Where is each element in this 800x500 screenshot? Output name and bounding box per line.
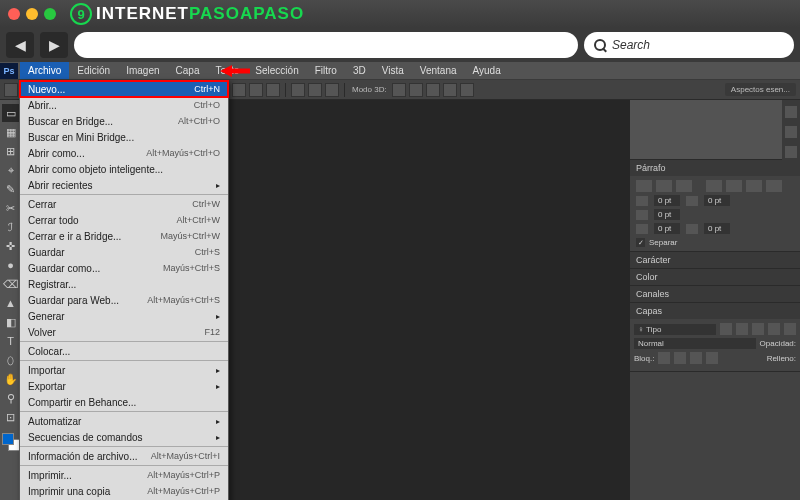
justify-center-icon[interactable] xyxy=(726,180,742,192)
tab-color[interactable]: Color xyxy=(630,269,800,285)
filter-adjust-icon[interactable] xyxy=(736,323,748,335)
maximize-window-button[interactable] xyxy=(44,8,56,20)
menu-vista[interactable]: Vista xyxy=(374,62,412,79)
menu-archivo[interactable]: Archivo xyxy=(20,62,69,79)
filter-smart-icon[interactable] xyxy=(784,323,796,335)
tool-8[interactable]: ● xyxy=(2,256,20,274)
tool-2[interactable]: ⊞ xyxy=(2,142,20,160)
opt-icon[interactable] xyxy=(325,83,339,97)
color-swatches[interactable] xyxy=(2,433,20,451)
tool-14[interactable]: ✋ xyxy=(2,370,20,388)
indent-value[interactable]: 0 pt xyxy=(654,209,680,220)
menu-filtro[interactable]: Filtro xyxy=(307,62,345,79)
tab-parrafo[interactable]: Párrafo xyxy=(630,160,800,176)
tool-15[interactable]: ⚲ xyxy=(2,389,20,407)
minimize-window-button[interactable] xyxy=(26,8,38,20)
opt-icon[interactable] xyxy=(409,83,423,97)
align-right-icon[interactable] xyxy=(676,180,692,192)
tool-3[interactable]: ⌖ xyxy=(2,161,20,179)
align-center-icon[interactable] xyxy=(656,180,672,192)
menuitem-abrir-como-objeto-inteligente[interactable]: Abrir como objeto inteligente... xyxy=(20,161,228,177)
lock-trans-icon[interactable] xyxy=(658,352,670,364)
lock-image-icon[interactable] xyxy=(674,352,686,364)
filter-image-icon[interactable] xyxy=(720,323,732,335)
justify-left-icon[interactable] xyxy=(706,180,722,192)
collapsed-panel-icons[interactable] xyxy=(782,100,800,160)
menuitem-colocar[interactable]: Colocar... xyxy=(20,343,228,359)
menuitem-abrir-como[interactable]: Abrir como...Alt+Mayús+Ctrl+O xyxy=(20,145,228,161)
close-window-button[interactable] xyxy=(8,8,20,20)
opt-icon[interactable] xyxy=(291,83,305,97)
indent-value[interactable]: 0 pt xyxy=(704,195,730,206)
menuitem-imprimir[interactable]: Imprimir...Alt+Mayús+Ctrl+P xyxy=(20,467,228,483)
menuitem-informaci-n-de-archivo[interactable]: Información de archivo...Alt+Mayús+Ctrl+… xyxy=(20,448,228,464)
tab-canales[interactable]: Canales xyxy=(630,286,800,302)
menuitem-automatizar[interactable]: Automatizar xyxy=(20,413,228,429)
menuitem-registrar[interactable]: Registrar... xyxy=(20,276,228,292)
menuitem-cerrar-todo[interactable]: Cerrar todoAlt+Ctrl+W xyxy=(20,212,228,228)
tool-13[interactable]: ⬯ xyxy=(2,351,20,369)
menuitem-cerrar[interactable]: CerrarCtrl+W xyxy=(20,196,228,212)
indent-value[interactable]: 0 pt xyxy=(654,195,680,206)
blend-mode-select[interactable]: Normal xyxy=(634,338,756,349)
menuitem-buscar-en-bridge[interactable]: Buscar en Bridge...Alt+Ctrl+O xyxy=(20,113,228,129)
layer-kind-select[interactable]: ♀ Tipo xyxy=(634,324,716,335)
tool-12[interactable]: T xyxy=(2,332,20,350)
tool-9[interactable]: ⌫ xyxy=(2,275,20,293)
url-bar[interactable] xyxy=(74,32,578,58)
opt-icon[interactable] xyxy=(392,83,406,97)
tool-7[interactable]: ✜ xyxy=(2,237,20,255)
menuitem-guardar-para-web[interactable]: Guardar para Web...Alt+Mayús+Ctrl+S xyxy=(20,292,228,308)
tool-4[interactable]: ✎ xyxy=(2,180,20,198)
tool-16[interactable]: ⊡ xyxy=(2,408,20,426)
menuitem-generar[interactable]: Generar xyxy=(20,308,228,324)
filter-shape-icon[interactable] xyxy=(768,323,780,335)
forward-button[interactable]: ▶ xyxy=(40,32,68,58)
tab-capas[interactable]: Capas xyxy=(630,303,800,319)
hyphenate-checkbox[interactable]: ✓ xyxy=(636,238,645,247)
opt-icon[interactable] xyxy=(426,83,440,97)
menuitem-exportar[interactable]: Exportar xyxy=(20,378,228,394)
menuitem-abrir-recientes[interactable]: Abrir recientes xyxy=(20,177,228,193)
menu-imagen[interactable]: Imagen xyxy=(118,62,167,79)
menu-edición[interactable]: Edición xyxy=(69,62,118,79)
menuitem-guardar[interactable]: GuardarCtrl+S xyxy=(20,244,228,260)
menuitem-abrir[interactable]: Abrir...Ctrl+O xyxy=(20,97,228,113)
lock-pos-icon[interactable] xyxy=(690,352,702,364)
align-left-icon[interactable] xyxy=(636,180,652,192)
tool-10[interactable]: ▲ xyxy=(2,294,20,312)
menuitem-buscar-en-mini-bridge[interactable]: Buscar en Mini Bridge... xyxy=(20,129,228,145)
back-button[interactable]: ◀ xyxy=(6,32,34,58)
menu-selección[interactable]: Selección xyxy=(247,62,306,79)
menu-3d[interactable]: 3D xyxy=(345,62,374,79)
tool-5[interactable]: ✂ xyxy=(2,199,20,217)
menu-ayuda[interactable]: Ayuda xyxy=(465,62,509,79)
menuitem-secuencias-de-comandos[interactable]: Secuencias de comandos xyxy=(20,429,228,445)
opt-icon[interactable] xyxy=(460,83,474,97)
lock-all-icon[interactable] xyxy=(706,352,718,364)
tool-6[interactable]: ℐ xyxy=(2,218,20,236)
indent-value[interactable]: 0 pt xyxy=(704,223,730,234)
menuitem-importar[interactable]: Importar xyxy=(20,362,228,378)
menuitem-compartir-en-behance[interactable]: Compartir en Behance... xyxy=(20,394,228,410)
justify-all-icon[interactable] xyxy=(766,180,782,192)
menuitem-nuevo[interactable]: Nuevo...Ctrl+N xyxy=(20,81,228,97)
tool-0[interactable]: ▭ xyxy=(2,104,20,122)
opt-icon[interactable] xyxy=(232,83,246,97)
opt-icon[interactable] xyxy=(249,83,263,97)
menu-ventana[interactable]: Ventana xyxy=(412,62,465,79)
tool-11[interactable]: ◧ xyxy=(2,313,20,331)
filter-text-icon[interactable] xyxy=(752,323,764,335)
justify-right-icon[interactable] xyxy=(746,180,762,192)
search-bar[interactable]: Search xyxy=(584,32,794,58)
menuitem-volver[interactable]: VolverF12 xyxy=(20,324,228,340)
menuitem-imprimir-una-copia[interactable]: Imprimir una copiaAlt+Mayús+Ctrl+P xyxy=(20,483,228,499)
opt-icon[interactable] xyxy=(443,83,457,97)
menu-capa[interactable]: Capa xyxy=(168,62,208,79)
menuitem-cerrar-e-ir-a-bridge[interactable]: Cerrar e ir a Bridge...Mayús+Ctrl+W xyxy=(20,228,228,244)
indent-value[interactable]: 0 pt xyxy=(654,223,680,234)
opt-icon[interactable] xyxy=(308,83,322,97)
tool-1[interactable]: ▦ xyxy=(2,123,20,141)
foreground-swatch[interactable] xyxy=(2,433,14,445)
tab-carácter[interactable]: Carácter xyxy=(630,252,800,268)
